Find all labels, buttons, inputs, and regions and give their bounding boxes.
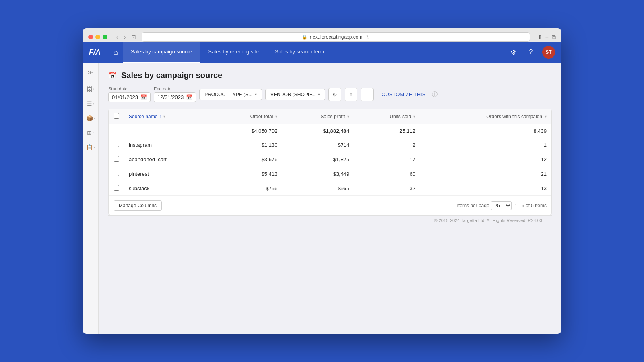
row3-checkbox-cell (109, 167, 124, 181)
more-icon: ··· (365, 91, 369, 98)
items-per-page-select[interactable]: 25 50 100 (491, 201, 512, 210)
sidebar-item-2: ☰ › (83, 97, 98, 110)
close-button[interactable] (88, 35, 93, 39)
browser-controls: ‹ › ⊡ (115, 33, 138, 41)
share-button[interactable]: ⬆ (537, 34, 542, 41)
browser-window: ‹ › ⊡ 🔒 next.forecastingapp.com ↻ ⬆ + ⧉ … (83, 28, 561, 334)
back-button[interactable]: ‹ (115, 33, 120, 41)
col-header-orders-with-campaign[interactable]: Orders with this campaign ▾ (420, 109, 551, 124)
browser-titlebar: ‹ › ⊡ 🔒 next.forecastingapp.com ↻ ⬆ + ⧉ (88, 32, 556, 42)
sidebar-collapse-button[interactable]: ≫ (84, 67, 97, 78)
sales-profit-filter-icon: ▾ (347, 114, 349, 119)
start-date-label: Start date (108, 86, 151, 91)
sidebar-icon-2: ☰ (87, 101, 92, 107)
refresh-icon: ↻ (332, 91, 337, 98)
row2-checkbox[interactable] (114, 156, 119, 162)
sidebar-expand-arrow-2: › (93, 102, 94, 106)
date-group: Start date 01/01/2023 📅 End date 12/31/2… (108, 86, 196, 102)
start-date-input[interactable]: 01/01/2023 📅 (108, 92, 151, 102)
row3-checkbox[interactable] (114, 171, 119, 176)
row4-checkbox[interactable] (114, 185, 119, 191)
row2-units-sold: 17 (354, 152, 420, 167)
sidebar-nav-item-3[interactable]: 📦 › (84, 112, 97, 125)
sidebar-item-3: 📦 › (83, 112, 98, 125)
pagination-text: 1 - 5 of 5 items (515, 203, 547, 208)
table-footer: Manage Columns Items per page 25 50 100 (109, 196, 551, 215)
nav-tabs: Sales by campaign source Sales by referr… (123, 42, 332, 63)
row2-checkbox-cell (109, 152, 124, 167)
product-type-filter[interactable]: PRODUCT TYPE (S... ▾ (199, 89, 262, 100)
fullscreen-button[interactable] (103, 35, 107, 39)
sidebar-nav-item-5[interactable]: 📋 › (84, 141, 97, 154)
row1-checkbox-cell (109, 138, 124, 152)
sales-table: Source name ↑ ▾ Order total ▾ (109, 109, 551, 196)
sidebar-toggle-button[interactable]: ⊡ (130, 33, 138, 41)
export-button[interactable]: ⬆ (345, 88, 357, 101)
tab-sales-by-referring[interactable]: Sales by referring site (200, 42, 267, 63)
avatar[interactable]: ST (542, 46, 555, 59)
minimize-button[interactable] (95, 35, 100, 39)
row2-order-total: $3,676 (213, 152, 282, 167)
manage-columns-button[interactable]: Manage Columns (114, 200, 162, 211)
row1-order-total: $1,130 (213, 138, 282, 152)
table-header-row: Source name ↑ ▾ Order total ▾ (109, 109, 551, 124)
forward-button[interactable]: › (122, 33, 128, 41)
sidebar-icon-5: 📋 (86, 144, 93, 150)
customize-button[interactable]: CUSTOMIZE THIS (378, 91, 429, 97)
tab-sales-by-campaign[interactable]: Sales by campaign source (123, 42, 200, 63)
select-all-checkbox[interactable] (114, 113, 119, 119)
refresh-button[interactable]: ↻ (328, 88, 341, 101)
new-tab-button[interactable]: + (545, 34, 549, 41)
col-header-source-name[interactable]: Source name ↑ ▾ (124, 109, 213, 124)
totals-row: $4,050,702 $1,882,484 25,112 8,439 (109, 124, 551, 138)
nav-right: ⚙ ? ST (507, 46, 555, 59)
items-per-page-label: Items per page (457, 203, 489, 208)
sidebar-nav-item-2[interactable]: ☰ › (84, 97, 97, 110)
sidebar: ≫ 🖼 › ☰ › 📦 › (83, 63, 99, 334)
manage-columns-label: Manage Columns (119, 203, 157, 208)
sort-asc-icon: ↑ (159, 114, 161, 119)
end-date-input[interactable]: 12/31/2023 📅 (154, 92, 196, 102)
tabs-button[interactable]: ⧉ (552, 34, 556, 41)
lock-icon: 🔒 (302, 35, 308, 40)
sidebar-nav-item-4[interactable]: ⊞ › (84, 126, 97, 139)
pagination-info: Items per page 25 50 100 1 - 5 of 5 item… (457, 201, 547, 210)
home-button[interactable]: ⌂ (109, 45, 123, 60)
address-bar[interactable]: 🔒 next.forecastingapp.com ↻ (142, 32, 530, 42)
table-row: pinterest $5,413 $3,449 60 21 (109, 167, 551, 181)
row4-units-sold: 32 (354, 181, 420, 196)
more-options-button[interactable]: ··· (361, 88, 374, 101)
sidebar-nav-item-1[interactable]: 🖼 › (84, 83, 97, 96)
row2-sales-profit: $1,825 (282, 152, 354, 167)
order-total-filter-icon: ▾ (275, 114, 277, 119)
sidebar-icon-4: ⊞ (87, 130, 92, 136)
sidebar-expand-arrow-1: › (93, 87, 94, 91)
start-date-field: Start date 01/01/2023 📅 (108, 86, 151, 102)
data-table: Source name ↑ ▾ Order total ▾ (108, 109, 552, 215)
col-header-sales-profit[interactable]: Sales profit ▾ (282, 109, 354, 124)
page-header: 📅 Sales by campaign source (108, 71, 552, 80)
start-date-calendar-icon: 📅 (140, 94, 147, 100)
url-text: next.forecastingapp.com (310, 34, 363, 40)
traffic-lights (88, 35, 107, 39)
row3-sales-profit: $3,449 (282, 167, 354, 181)
table-row: substack $756 $565 32 13 (109, 181, 551, 196)
vendor-filter[interactable]: VENDOR (SHOPIF... ▾ (265, 89, 325, 100)
sidebar-icon-1: 🖼 (87, 86, 92, 93)
totals-source-name (124, 124, 213, 138)
customize-label: CUSTOMIZE THIS (382, 91, 425, 97)
customize-help-icon[interactable]: ⓘ (432, 91, 438, 98)
settings-button[interactable]: ⚙ (507, 46, 520, 59)
items-per-page-control: Items per page 25 50 100 (457, 201, 512, 210)
page-title: Sales by campaign source (121, 71, 222, 80)
col-header-units-sold[interactable]: Units sold ▾ (354, 109, 420, 124)
row1-checkbox[interactable] (114, 142, 119, 147)
row4-source-name: substack (124, 181, 213, 196)
export-icon: ⬆ (349, 92, 353, 97)
reload-icon[interactable]: ↻ (366, 35, 370, 40)
row3-units-sold: 60 (354, 167, 420, 181)
help-button[interactable]: ? (524, 46, 537, 59)
sidebar-item-5: 📋 › (83, 141, 98, 154)
tab-sales-by-search[interactable]: Sales by search term (267, 42, 332, 63)
col-header-order-total[interactable]: Order total ▾ (213, 109, 282, 124)
